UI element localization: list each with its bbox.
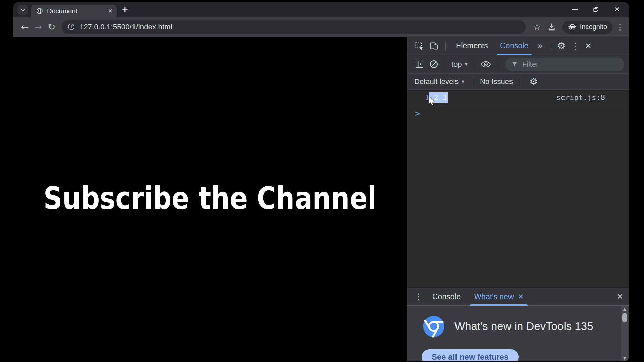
console-settings-gear-icon[interactable]: ⚙ [527, 77, 540, 86]
whats-new-panel: What's new in DevTools 135 See all new f… [407, 306, 629, 361]
drawer-close-button[interactable]: ✕ [616, 292, 623, 301]
browser-tab-document[interactable]: Document ✕ [31, 5, 117, 17]
chevron-down-icon: ▾ [462, 78, 464, 85]
address-bar[interactable]: 127.0.0.1:5500/1/index.html [62, 20, 526, 34]
console-selected-text: 2 3 [429, 92, 448, 103]
issues-counter[interactable]: No Issues [480, 77, 513, 86]
window-controls: ✕ [572, 5, 625, 17]
chrome-devtools-logo [422, 314, 446, 339]
tab-label: Console [500, 41, 528, 50]
clear-console-button[interactable] [427, 60, 441, 69]
device-toolbar-button[interactable] [427, 42, 441, 50]
divider [445, 41, 446, 51]
drawer-tab-bar: ⋮ Console What's new ✕ ✕ [407, 288, 629, 306]
device-toolbar-icon [429, 42, 439, 50]
tab-elements[interactable]: Elements [450, 37, 494, 55]
console-prompt-chevron[interactable]: > [407, 105, 629, 118]
download-icon [547, 23, 556, 32]
live-expression-button[interactable] [478, 61, 494, 68]
context-label: top [451, 60, 462, 69]
sidebar-panel-icon [415, 60, 424, 68]
scrollbar-thumb[interactable] [622, 313, 627, 322]
divider [550, 41, 550, 51]
forward-button[interactable]: → [32, 22, 45, 32]
see-all-new-features-button[interactable]: See all new features [422, 349, 519, 361]
console-levels-bar: Default levels ▾ No Issues ⚙ [407, 74, 629, 90]
reload-button[interactable]: ↻ [45, 22, 58, 32]
tab-console[interactable]: Console [494, 37, 534, 55]
content-area: Subscribe the Channel Elements [13, 37, 629, 361]
drawer-tab-close-icon[interactable]: ✕ [518, 293, 524, 301]
minimize-icon [572, 9, 578, 10]
url-text[interactable]: 127.0.0.1:5500/1/index.html [79, 23, 172, 32]
restore-icon [593, 7, 599, 12]
incognito-badge: Incognito [562, 21, 612, 34]
tab-close-icon[interactable]: ✕ [108, 8, 113, 15]
scroll-down-icon[interactable]: ▼ [623, 356, 626, 360]
divider [445, 60, 445, 69]
downloads-button[interactable] [544, 23, 559, 32]
devtools-settings-gear-icon[interactable]: ⚙ [554, 41, 568, 51]
console-sidebar-toggle[interactable] [412, 60, 427, 68]
whats-new-title: What's new in DevTools 135 [454, 320, 593, 333]
drawer-tab-console[interactable]: Console [426, 288, 467, 306]
divider [473, 77, 473, 86]
console-source-link[interactable]: script.js:8 [556, 93, 605, 102]
filter-input[interactable]: Filter [505, 58, 624, 71]
chevron-down-icon [20, 9, 25, 12]
scroll-up-icon[interactable]: ▲ [623, 307, 626, 311]
console-toolbar: top ▾ Filter [407, 55, 629, 74]
context-selector[interactable]: top ▾ [449, 60, 470, 69]
address-toolbar: ← → ↻ 127.0.0.1:5500/1/index.html ☆ Inco… [13, 17, 629, 37]
back-button[interactable]: ← [18, 22, 32, 32]
eye-icon [481, 61, 491, 68]
restore-button[interactable] [593, 7, 599, 12]
close-window-button[interactable]: ✕ [614, 5, 620, 13]
chevron-down-icon: ▾ [465, 61, 468, 67]
screen: Document ✕ + ✕ ← → ↻ 127.0.0.1:5500/1/in… [0, 0, 644, 362]
divider [498, 60, 498, 69]
whats-new-header: What's new in DevTools 135 [422, 314, 609, 339]
incognito-icon [568, 24, 577, 30]
page-heading: Subscribe the Channel [44, 181, 377, 217]
devtools-panel: Elements Console » ⚙ ⋮ ✕ [407, 37, 629, 361]
tab-label: Elements [456, 41, 488, 50]
console-number: 1 [425, 93, 429, 102]
globe-icon [36, 7, 43, 15]
clear-console-icon [429, 60, 438, 69]
new-tab-button[interactable]: + [122, 5, 128, 15]
browser-window: Document ✕ + ✕ ← → ↻ 127.0.0.1:5500/1/in… [13, 2, 629, 361]
drawer-menu-button[interactable]: ⋮ [412, 292, 426, 302]
inspect-cursor-icon [415, 41, 424, 50]
devtools-main-toolbar: Elements Console » ⚙ ⋮ ✕ [407, 37, 629, 55]
tab-label: Console [432, 292, 461, 301]
site-info-icon[interactable] [68, 23, 75, 31]
more-tabs-button[interactable]: » [534, 41, 546, 51]
drawer-tab-whats-new[interactable]: What's new ✕ [467, 288, 530, 306]
browser-menu-button[interactable]: ⋮ [616, 22, 624, 32]
active-tab-underline [497, 54, 532, 55]
tab-strip: Document ✕ + ✕ [13, 2, 629, 17]
divider [520, 77, 520, 86]
console-message-row[interactable]: 1 2 3 script.js:8 [407, 90, 629, 105]
bookmark-star-icon[interactable]: ☆ [530, 22, 544, 32]
levels-label: Default levels [414, 77, 459, 86]
drawer-scrollbar[interactable]: ▲ ▼ [621, 306, 628, 361]
console-message-values: 1 2 3 [425, 93, 448, 102]
incognito-label: Incognito [580, 23, 607, 31]
devtools-close-button[interactable]: ✕ [582, 41, 594, 51]
inspect-element-button[interactable] [412, 41, 427, 50]
divider [474, 60, 474, 69]
log-levels-selector[interactable]: Default levels ▾ [412, 77, 466, 86]
tab-search-button[interactable] [17, 5, 28, 15]
devtools-menu-button[interactable]: ⋮ [568, 41, 582, 51]
minimize-button[interactable] [572, 9, 578, 10]
tab-title: Document [47, 7, 104, 15]
filter-funnel-icon [511, 61, 518, 68]
web-page: Subscribe the Channel [13, 37, 407, 361]
tab-label: What's new [474, 292, 514, 301]
filter-placeholder: Filter [522, 60, 539, 69]
console-output[interactable]: 1 2 3 script.js:8 > [407, 90, 629, 288]
